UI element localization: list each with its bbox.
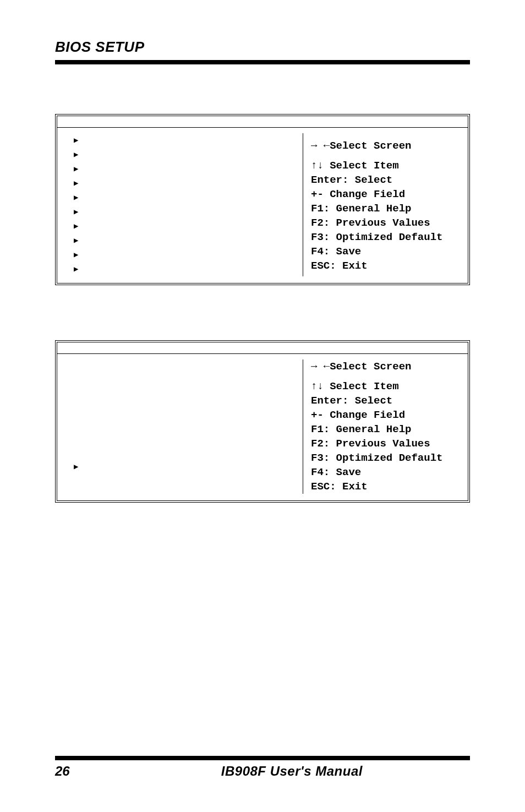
submenu-arrow-icon: ▶ (74, 176, 86, 190)
menu-row[interactable]: ▶ (74, 219, 296, 233)
help-enter: Enter: Select (311, 173, 461, 187)
bios-help-panel-2: → ←Select Screen ↑↓ Select Item Enter: S… (303, 359, 468, 494)
help-change-field: +- Change Field (311, 187, 461, 201)
menu-row[interactable]: ▶ (74, 133, 296, 148)
submenu-arrow-icon: ▶ (74, 162, 86, 176)
bios-help-panel-1: → ←Select Screen ↑↓ Select Item Enter: S… (303, 133, 468, 276)
footer-divider (55, 756, 470, 760)
menu-row[interactable]: ▶ (74, 148, 296, 162)
help-select-item: ↑↓ Select Item (311, 159, 461, 173)
submenu-arrow-icon: ▶ (74, 262, 86, 276)
help-esc: ESC: Exit (311, 259, 461, 273)
bios-panel-2: ▶ → ←Select Screen ↑↓ Select Item Enter:… (55, 340, 470, 503)
page-number: 26 (55, 764, 70, 779)
submenu-arrow-icon: ▶ (74, 233, 86, 248)
help-f3: F3: Optimized Default (311, 230, 461, 244)
help-select-screen: → ←Select Screen (311, 359, 461, 374)
submenu-arrow-icon: ▶ (74, 248, 86, 262)
menu-row[interactable]: ▶ (74, 233, 296, 248)
menu-row[interactable]: ▶ (74, 190, 296, 205)
help-f2: F2: Previous Values (311, 437, 461, 451)
help-f4: F4: Save (311, 244, 461, 259)
help-f2: F2: Previous Values (311, 216, 461, 230)
menu-row[interactable]: ▶ (74, 460, 296, 474)
submenu-arrow-icon: ▶ (74, 133, 86, 148)
submenu-arrow-icon: ▶ (74, 460, 86, 474)
submenu-arrow-icon: ▶ (74, 148, 86, 162)
submenu-arrow-icon: ▶ (74, 190, 86, 205)
menu-row[interactable]: ▶ (74, 262, 296, 276)
menu-row[interactable]: ▶ (74, 162, 296, 176)
help-f4: F4: Save (311, 465, 461, 479)
page-header: BIOS SETUP (55, 39, 470, 56)
bios-panel-1: ▶ ▶ ▶ ▶ ▶ ▶ ▶ ▶ ▶ ▶ → ←Select Screen ↑↓ … (55, 114, 470, 285)
submenu-arrow-icon: ▶ (74, 205, 86, 219)
menu-row[interactable]: ▶ (74, 248, 296, 262)
help-select-screen: → ←Select Screen (311, 139, 461, 153)
help-change-field: +- Change Field (311, 408, 461, 422)
bios-menu-list-1: ▶ ▶ ▶ ▶ ▶ ▶ ▶ ▶ ▶ ▶ (57, 133, 303, 276)
submenu-arrow-icon: ▶ (74, 219, 86, 233)
manual-title: IB908F User's Manual (221, 764, 363, 779)
help-esc: ESC: Exit (311, 479, 461, 494)
menu-row[interactable]: ▶ (74, 205, 296, 219)
help-select-item: ↑↓ Select Item (311, 379, 461, 394)
help-enter: Enter: Select (311, 394, 461, 408)
bios-menu-list-2: ▶ (57, 359, 303, 494)
menu-row[interactable]: ▶ (74, 176, 296, 190)
help-f1: F1: General Help (311, 201, 461, 216)
help-f3: F3: Optimized Default (311, 451, 461, 465)
help-f1: F1: General Help (311, 422, 461, 437)
header-divider (55, 60, 470, 64)
